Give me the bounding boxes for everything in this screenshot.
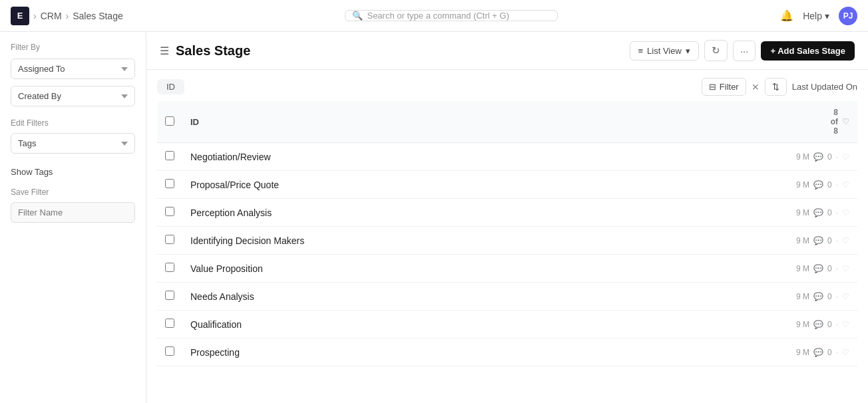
row-name-cell[interactable]: Needs Analysis	[182, 283, 788, 311]
row-comment-count: 0	[827, 208, 832, 217]
filter-clear-icon[interactable]: ✕	[752, 82, 760, 92]
row-heart-icon[interactable]: ♡	[842, 292, 849, 301]
row-time: 9 M	[796, 236, 809, 245]
refresh-button[interactable]: ↻	[704, 40, 728, 61]
created-by-select[interactable]: Created By	[11, 86, 135, 106]
table-header-row: ID 8 of 8 ♡	[157, 101, 857, 143]
crumb-crm[interactable]: CRM	[41, 11, 62, 21]
row-name: Perception Analysis	[190, 207, 272, 218]
chevron-icon-2: ›	[66, 11, 69, 21]
table-row: Negotiation/Review 9 M 💬 0 · ♡	[157, 143, 857, 171]
row-checkbox[interactable]	[165, 151, 174, 160]
filter-button[interactable]: ⊟ Filter	[702, 78, 746, 96]
avatar[interactable]: PJ	[839, 7, 857, 25]
row-checkbox[interactable]	[165, 291, 174, 300]
header-heart-icon[interactable]: ♡	[842, 117, 849, 126]
row-checkbox-cell	[157, 255, 182, 283]
row-name-cell[interactable]: Prospecting	[182, 338, 788, 366]
top-nav: E › CRM › Sales Stage 🔍 Search or type a…	[0, 0, 868, 32]
row-name-cell[interactable]: Negotiation/Review	[182, 143, 788, 171]
row-name-cell[interactable]: Perception Analysis	[182, 199, 788, 227]
row-comment-count: 0	[827, 264, 832, 273]
row-checkbox-cell	[157, 199, 182, 227]
row-checkbox-cell	[157, 338, 182, 366]
list-view-label: List View	[647, 46, 682, 56]
row-meta-cell: 9 M 💬 0 · ♡	[788, 311, 857, 338]
row-checkbox[interactable]	[165, 207, 174, 216]
row-name: Identifying Decision Makers	[190, 235, 304, 246]
save-filter-label: Save Filter	[11, 188, 135, 197]
app-icon: E	[11, 7, 29, 25]
filter-name-input[interactable]	[11, 202, 135, 223]
filter-bar: ID ⊟ Filter ✕ ⇅ Last Updated On	[157, 78, 857, 96]
comment-icon: 💬	[813, 236, 823, 245]
row-comment-count: 0	[827, 180, 832, 190]
breadcrumb: E › CRM › Sales Stage	[11, 7, 123, 25]
row-checkbox-cell	[157, 143, 182, 171]
row-meta-cell: 9 M 💬 0 · ♡	[788, 143, 857, 171]
sales-stage-data-table: Negotiation/Review 9 M 💬 0 · ♡ Proposal/…	[157, 143, 857, 366]
table-row: Proposal/Price Quote 9 M 💬 0 · ♡	[157, 171, 857, 199]
notification-bell-icon[interactable]: 🔔	[780, 9, 793, 22]
sort-button[interactable]: ⇅	[765, 78, 787, 96]
dot-separator: ·	[836, 292, 838, 301]
table-row: Qualification 9 M 💬 0 · ♡	[157, 311, 857, 338]
show-tags-toggle[interactable]: Show Tags	[11, 167, 135, 177]
dot-separator: ·	[836, 152, 838, 162]
row-heart-icon[interactable]: ♡	[842, 152, 849, 162]
table-row: Prospecting 9 M 💬 0 · ♡	[157, 338, 857, 366]
row-comment-count: 0	[827, 236, 832, 245]
filter-by-label: Filter By	[11, 43, 135, 52]
row-time: 9 M	[796, 208, 809, 217]
add-sales-stage-button[interactable]: + Add Sales Stage	[761, 41, 855, 61]
row-checkbox[interactable]	[165, 263, 174, 272]
row-heart-icon[interactable]: ♡	[842, 236, 849, 245]
table-row: Needs Analysis 9 M 💬 0 · ♡	[157, 283, 857, 311]
comment-icon: 💬	[813, 348, 823, 357]
row-comment-count: 0	[827, 152, 832, 162]
assigned-to-select[interactable]: Assigned To	[11, 59, 135, 79]
list-view-button[interactable]: ≡ List View ▾	[630, 41, 699, 61]
help-button[interactable]: Help ▾	[803, 11, 829, 21]
row-meta-cell: 9 M 💬 0 · ♡	[788, 199, 857, 227]
id-filter-pill: ID	[157, 79, 184, 94]
row-checkbox[interactable]	[165, 235, 174, 244]
page-actions: ≡ List View ▾ ↻ ··· + Add Sales Stage	[630, 40, 855, 61]
search-placeholder-text: Search or type a command (Ctrl + G)	[367, 11, 509, 21]
sidebar-toggle-icon[interactable]: ☰	[160, 45, 169, 57]
comment-icon: 💬	[813, 320, 823, 329]
row-heart-icon[interactable]: ♡	[842, 180, 849, 190]
row-heart-icon[interactable]: ♡	[842, 208, 849, 217]
header-count: 8 of 8	[831, 108, 838, 136]
row-name-cell[interactable]: Proposal/Price Quote	[182, 171, 788, 199]
row-heart-icon[interactable]: ♡	[842, 264, 849, 273]
row-heart-icon[interactable]: ♡	[842, 320, 849, 329]
row-checkbox-cell	[157, 283, 182, 311]
comment-icon: 💬	[813, 292, 823, 301]
row-name: Proposal/Price Quote	[190, 180, 279, 190]
row-checkbox[interactable]	[165, 319, 174, 328]
row-name-cell[interactable]: Qualification	[182, 311, 788, 338]
row-time: 9 M	[796, 292, 809, 301]
chevron-icon: ›	[33, 11, 37, 21]
crumb-sales-stage[interactable]: Sales Stage	[73, 11, 123, 21]
main-layout: Filter By Assigned To Created By Edit Fi…	[0, 32, 868, 403]
row-heart-icon[interactable]: ♡	[842, 348, 849, 357]
row-checkbox-cell	[157, 227, 182, 255]
sort-icon: ⇅	[772, 82, 779, 92]
row-checkbox[interactable]	[165, 346, 174, 356]
search-icon: 🔍	[352, 11, 363, 21]
row-meta-cell: 9 M 💬 0 · ♡	[788, 171, 857, 199]
row-name: Needs Analysis	[190, 291, 254, 302]
row-comment-count: 0	[827, 320, 832, 329]
search-bar[interactable]: 🔍 Search or type a command (Ctrl + G)	[345, 10, 558, 21]
page-header: ☰ Sales Stage ≡ List View ▾ ↻ ··· + Add …	[146, 32, 868, 70]
comment-icon: 💬	[813, 264, 823, 273]
more-options-button[interactable]: ···	[733, 41, 756, 61]
row-name-cell[interactable]: Value Proposition	[182, 255, 788, 283]
tags-select[interactable]: Tags	[11, 133, 135, 154]
row-time: 9 M	[796, 180, 809, 190]
row-checkbox[interactable]	[165, 179, 174, 188]
row-name-cell[interactable]: Identifying Decision Makers	[182, 227, 788, 255]
select-all-checkbox[interactable]	[165, 116, 174, 126]
